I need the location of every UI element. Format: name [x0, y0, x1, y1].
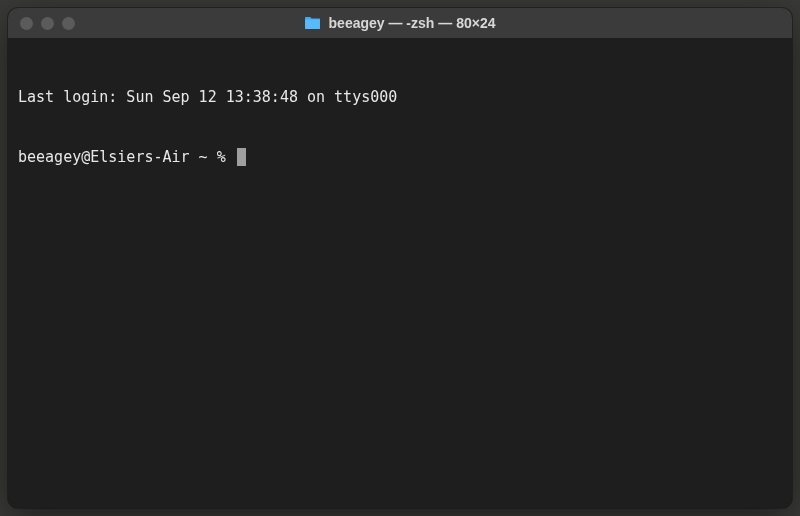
cursor [237, 148, 246, 166]
prompt-line: beeagey@Elsiers-Air ~ % [18, 147, 782, 167]
terminal-body[interactable]: Last login: Sun Sep 12 13:38:48 on ttys0… [8, 38, 792, 508]
close-button[interactable] [20, 17, 33, 30]
window-title-group: beeagey — -zsh — 80×24 [305, 15, 496, 31]
terminal-window: beeagey — -zsh — 80×24 Last login: Sun S… [8, 8, 792, 508]
titlebar: beeagey — -zsh — 80×24 [8, 8, 792, 38]
window-title: beeagey — -zsh — 80×24 [329, 15, 496, 31]
prompt-text: beeagey@Elsiers-Air ~ % [18, 147, 235, 167]
minimize-button[interactable] [41, 17, 54, 30]
folder-icon [305, 16, 321, 30]
maximize-button[interactable] [62, 17, 75, 30]
last-login-line: Last login: Sun Sep 12 13:38:48 on ttys0… [18, 87, 782, 107]
traffic-lights [20, 17, 75, 30]
